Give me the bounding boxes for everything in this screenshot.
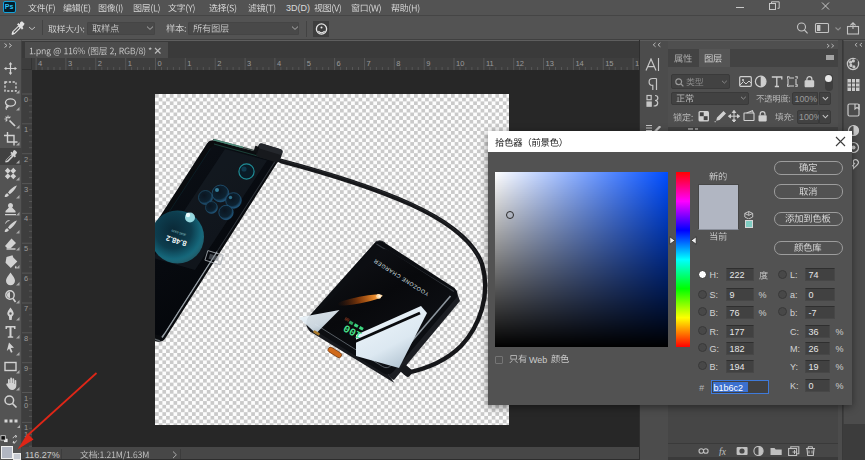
svg-text:5: 5 xyxy=(307,59,311,68)
svg-text:1: 1 xyxy=(187,59,191,68)
svg-text:7: 7 xyxy=(367,59,371,68)
svg-text:0: 0 xyxy=(158,59,162,68)
svg-text:7: 7 xyxy=(24,304,28,313)
svg-text:2: 2 xyxy=(98,59,102,68)
svg-text:14: 14 xyxy=(575,59,583,68)
svg-text:1: 1 xyxy=(24,125,28,134)
svg-text:4: 4 xyxy=(24,214,28,223)
svg-text:1: 1 xyxy=(128,59,132,68)
svg-text:3: 3 xyxy=(24,185,28,194)
svg-text:13: 13 xyxy=(546,59,554,68)
svg-text:0: 0 xyxy=(24,95,28,104)
svg-text:fx: fx xyxy=(719,446,727,456)
svg-text:4: 4 xyxy=(38,59,42,68)
svg-text:8: 8 xyxy=(396,59,400,68)
svg-text:10: 10 xyxy=(456,59,464,68)
svg-text:6: 6 xyxy=(337,59,341,68)
svg-text:2: 2 xyxy=(217,59,221,68)
svg-text:6: 6 xyxy=(24,274,28,283)
svg-text:4: 4 xyxy=(277,59,281,68)
svg-text:3: 3 xyxy=(247,59,251,68)
svg-text:3: 3 xyxy=(68,59,72,68)
svg-text:8: 8 xyxy=(24,334,28,343)
svg-text:9: 9 xyxy=(426,59,430,68)
svg-text:5: 5 xyxy=(24,244,28,253)
svg-text:15: 15 xyxy=(605,59,613,68)
svg-text:2: 2 xyxy=(24,155,28,164)
svg-text:12: 12 xyxy=(516,59,524,68)
svg-text:11: 11 xyxy=(486,59,494,68)
